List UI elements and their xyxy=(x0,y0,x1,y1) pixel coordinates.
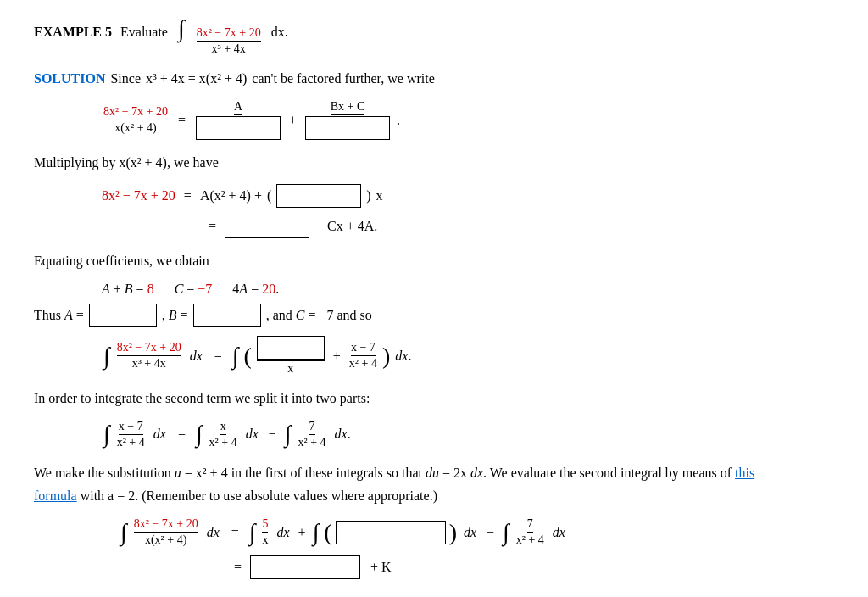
formula-link[interactable]: formula xyxy=(34,488,77,503)
solution-text2: can't be factored further, we write xyxy=(252,71,434,86)
final-lhs-den: x(x² + 4) xyxy=(145,533,186,547)
integral3: ∫ xyxy=(103,422,110,446)
box-over-x-frac: x xyxy=(257,336,325,376)
solution-line: SOLUTION Since x³ + 4x = x(x² + 4) can't… xyxy=(34,71,834,86)
seven-den: x² + 4 xyxy=(298,435,326,449)
main-frac-den: x³ + 4x xyxy=(212,42,246,56)
dx9: dx xyxy=(553,525,565,540)
x-minus7-num: x − 7 xyxy=(351,341,376,356)
A-label: A xyxy=(234,100,242,115)
main-frac-num: 8x² − 7x + 20 xyxy=(197,26,261,42)
minus2: − xyxy=(487,525,494,540)
coeff-C: C = −7 xyxy=(175,282,213,297)
du-eq: du = 2x dx. xyxy=(426,466,487,480)
solution-text1: Since xyxy=(110,71,141,86)
BC-label: Bx + C xyxy=(331,100,365,115)
red-expr-1: 8x² − 7x + 20 xyxy=(102,188,175,204)
expanded-eq-row: 8x² − 7x + 20 = A(x² + 4) + ( ) x xyxy=(102,184,834,208)
plus-K: + K xyxy=(370,560,392,575)
int-lhs-den: x³ + 4x xyxy=(132,356,166,371)
box5-input[interactable] xyxy=(250,555,360,579)
integral6: ∫ xyxy=(120,521,127,544)
equals4: = xyxy=(214,349,222,364)
period1: . xyxy=(397,113,400,128)
we-have: we have xyxy=(174,155,219,170)
box3-input[interactable] xyxy=(257,336,325,360)
dx6: dx xyxy=(207,525,220,540)
lhs-fraction: 8x² − 7x + 20 x(x² + 4) xyxy=(103,105,168,135)
equating-paragraph: Equating coefficients, we obtain xyxy=(34,250,834,272)
seven-num: 7 xyxy=(309,420,315,435)
paren3-close: ) xyxy=(449,521,457,544)
x-den: x xyxy=(262,533,268,547)
box1-input[interactable] xyxy=(276,184,361,208)
solution-label: SOLUTION xyxy=(34,71,105,86)
integral9: ∫ xyxy=(503,521,509,544)
instruction-text: Evaluate xyxy=(120,25,168,40)
coeff-4A: 4A = 20. xyxy=(232,282,279,297)
int-lhs-num: 8x² − 7x + 20 xyxy=(117,341,181,356)
paren-big-close: ) xyxy=(382,344,390,368)
A-input[interactable] xyxy=(196,116,281,140)
this-link[interactable]: this xyxy=(735,466,754,480)
minus1: − xyxy=(269,427,276,442)
final-lhs-num: 8x² − 7x + 20 xyxy=(134,517,198,533)
A-fraction: A xyxy=(196,100,281,140)
seven-over-x2p4-frac: 7 x² + 4 xyxy=(298,420,326,449)
example-label: EXAMPLE 5 xyxy=(34,25,112,40)
integral-split-row: ∫ 8x² − 7x + 20 x³ + 4x dx = ∫ ( x + x −… xyxy=(102,336,834,376)
integral2: ∫ xyxy=(232,344,239,368)
seven-den2: x² + 4 xyxy=(516,533,544,547)
equals1: = xyxy=(178,113,186,128)
rhs2-row: = + Cx + 4A. xyxy=(203,215,834,238)
box2-input[interactable] xyxy=(225,215,309,238)
box4-input[interactable] xyxy=(336,521,446,544)
integrate-paragraph: In order to integrate the second term we… xyxy=(34,388,834,410)
subst-text1: We make the substitution xyxy=(34,466,171,480)
five-num: 5 xyxy=(262,517,268,533)
x-over-x2p4-den: x² + 4 xyxy=(209,435,237,449)
integral1: ∫ xyxy=(103,344,110,368)
plus-sign2: + xyxy=(333,349,341,364)
dx8: dx xyxy=(464,525,476,540)
integral-frac-lhs: 8x² − 7x + 20 x³ + 4x xyxy=(117,341,181,371)
x-minus7-num2: x − 7 xyxy=(119,420,143,435)
int-dx1: dx xyxy=(190,349,203,364)
integral8: ∫ xyxy=(313,521,320,544)
B-eq-text: , B = xyxy=(162,308,188,323)
partial-frac-row: 8x² − 7x + 20 x(x² + 4) = A + Bx + C . xyxy=(102,100,834,140)
dx7: dx xyxy=(276,525,289,540)
box-over-x-num xyxy=(257,336,325,361)
rhs1-text: A(x² + 4) + xyxy=(200,188,262,204)
integral-text1: In order to integrate the second term we… xyxy=(34,391,370,405)
paren-close: ) xyxy=(366,188,370,204)
x-minus7-den2: x² + 4 xyxy=(117,435,145,449)
seven-over-x2p4-frac2: 7 x² + 4 xyxy=(516,517,544,547)
BC-fraction: Bx + C xyxy=(305,100,390,140)
u-eq: u = x² + 4 xyxy=(175,466,228,480)
x-minus7-den: x² + 4 xyxy=(349,356,377,371)
multiply-paragraph: Multiplying by x(x² + 4), we have xyxy=(34,152,834,174)
lhs-den: x(x² + 4) xyxy=(114,120,156,135)
with-a-text: with a = 2. (Remember to use absolute va… xyxy=(81,488,437,503)
equals5: = xyxy=(178,427,186,442)
main-fraction: 8x² − 7x + 20 x³ + 4x xyxy=(197,26,261,56)
coef-line: A + B = 8 C = −7 4A = 20. xyxy=(102,282,834,297)
B-value-input[interactable] xyxy=(193,304,261,327)
dx5: dx. xyxy=(335,427,351,442)
equals7: = xyxy=(234,560,242,575)
plus-sign1: + xyxy=(289,113,297,128)
BC-input[interactable] xyxy=(305,116,390,140)
coeff-A: A + B = 8 xyxy=(102,282,154,297)
dx4: dx xyxy=(246,427,259,442)
A-value-input[interactable] xyxy=(89,304,157,327)
split-integral-row: ∫ x − 7 x² + 4 dx = ∫ x x² + 4 dx − ∫ 7 … xyxy=(102,420,834,449)
C-text: , and C = −7 and so xyxy=(266,308,372,323)
seven-num2: 7 xyxy=(527,517,533,533)
substitution-paragraph: We make the substitution u = x² + 4 in t… xyxy=(34,461,834,507)
multiply-text: Multiplying by xyxy=(34,155,115,170)
lhs-num: 8x² − 7x + 20 xyxy=(103,105,168,120)
paren3-open: ( xyxy=(324,521,331,544)
dx3: dx xyxy=(153,427,166,442)
example-header: EXAMPLE 5 Evaluate ∫ 8x² − 7x + 20 x³ + … xyxy=(34,17,834,56)
